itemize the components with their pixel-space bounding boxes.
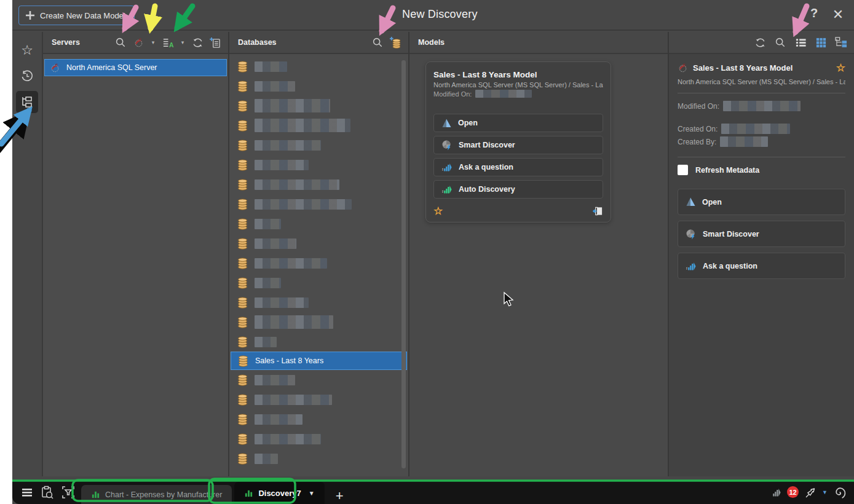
- servers-panel: Servers ▾ ▾ North America SQL Server: [43, 32, 229, 476]
- details-panel-header: [669, 32, 854, 54]
- database-row[interactable]: [231, 234, 407, 253]
- spiral-button[interactable]: [833, 486, 847, 499]
- refresh-metadata-label: Refresh Metadata: [695, 166, 759, 175]
- server-type-filter-caret[interactable]: ▾: [149, 39, 157, 45]
- sql-server-icon: [133, 37, 144, 48]
- add-server-button[interactable]: [208, 36, 222, 49]
- help-button[interactable]: ?: [806, 6, 822, 23]
- servers-sort-caret[interactable]: ▾: [179, 39, 186, 45]
- database-row[interactable]: [231, 116, 407, 135]
- tab-chart-expenses-by-manufacturer[interactable]: Chart - Expenses by Manufacturer: [81, 485, 232, 504]
- pin-caret[interactable]: ▼: [822, 489, 828, 495]
- redacted-created-by: [720, 136, 768, 147]
- redacted-database-name: [255, 434, 321, 444]
- database-row[interactable]: [231, 370, 407, 390]
- databases-scrollbar[interactable]: [401, 60, 406, 468]
- database-row[interactable]: [231, 273, 407, 293]
- redacted-database-name: [255, 179, 339, 190]
- open-button-label: Open: [458, 119, 478, 127]
- smart-discover-button[interactable]: Smart Discover: [433, 136, 603, 154]
- redacted-database-name: [255, 297, 309, 308]
- exit-icon[interactable]: [593, 206, 603, 216]
- models-refresh-button[interactable]: [753, 36, 767, 49]
- database-row[interactable]: [231, 449, 407, 468]
- database-icon: [237, 120, 248, 132]
- refresh-metadata-checkbox[interactable]: [678, 165, 688, 175]
- bottom-tab-bar: Chart - Expenses by Manufacturer Discove…: [12, 480, 854, 504]
- modified-on-label: Modified On:: [678, 102, 719, 111]
- database-row[interactable]: [231, 76, 407, 96]
- notification-badge: 12: [787, 486, 799, 498]
- database-row[interactable]: [231, 96, 407, 116]
- queries-button[interactable]: [770, 487, 781, 498]
- database-row[interactable]: [231, 390, 407, 409]
- redacted-database-name: [255, 81, 295, 92]
- database-row[interactable]: [231, 312, 407, 332]
- database-row[interactable]: [231, 293, 407, 312]
- database-row[interactable]: [231, 429, 407, 449]
- database-row[interactable]: [231, 253, 407, 273]
- ask-question-icon: [441, 162, 453, 173]
- smart-discover-icon: [441, 140, 453, 151]
- created-on-label: Created On:: [678, 125, 718, 133]
- database-row[interactable]: [231, 194, 407, 214]
- database-icon: [237, 218, 248, 230]
- redacted-modified-date: [723, 101, 801, 111]
- open-button[interactable]: Open: [678, 189, 845, 215]
- flow-view-button[interactable]: [834, 36, 848, 49]
- database-icon: [237, 140, 248, 151]
- databases-panel-header: Databases: [229, 32, 408, 54]
- database-row[interactable]: [231, 332, 407, 352]
- models-panel-title: Models: [418, 38, 445, 47]
- tab-menu-caret[interactable]: ▼: [309, 490, 315, 497]
- favorite-star-icon[interactable]: ☆: [836, 61, 845, 74]
- content-explorer-button[interactable]: [41, 486, 54, 499]
- create-new-data-model-button[interactable]: Create New Data Model: [18, 6, 135, 25]
- filter-frame-button[interactable]: [61, 486, 75, 499]
- main-menu-button[interactable]: [21, 486, 33, 498]
- servers-sort-button[interactable]: [161, 36, 175, 49]
- databases-search-button[interactable]: [371, 36, 384, 49]
- grid-view-button[interactable]: [814, 36, 828, 49]
- database-row[interactable]: [231, 409, 407, 429]
- tab-discovery7[interactable]: Discovery7 ▼: [234, 482, 324, 504]
- open-button[interactable]: Open: [433, 114, 603, 132]
- favorite-star-icon[interactable]: ☆: [433, 205, 443, 218]
- favorites-rail-button[interactable]: ☆: [16, 39, 38, 61]
- list-view-button[interactable]: [794, 36, 807, 49]
- redacted-database-name: [255, 238, 296, 249]
- model-card[interactable]: Sales - Last 8 Years Model North America…: [425, 61, 611, 222]
- pin-button[interactable]: [804, 486, 816, 498]
- tree-view-rail-button[interactable]: [16, 91, 38, 113]
- database-row[interactable]: Sales - Last 8 Years: [231, 352, 407, 370]
- auto-discovery-button[interactable]: Auto Discovery: [433, 180, 603, 199]
- recent-rail-button[interactable]: [16, 65, 38, 87]
- database-row-label: Sales - Last 8 Years: [255, 356, 323, 365]
- smart-discover-button[interactable]: Smart Discover: [678, 221, 845, 247]
- redacted-database-name: [255, 375, 295, 385]
- redacted-database-name: [255, 61, 287, 72]
- database-row[interactable]: [231, 57, 407, 76]
- auto-discovery-icon: [441, 184, 453, 195]
- servers-search-button[interactable]: [114, 36, 127, 49]
- server-row[interactable]: North America SQL Server: [44, 59, 227, 76]
- add-database-button[interactable]: [389, 36, 402, 49]
- app-window: Create New Data Model New Discovery ? ✕ …: [12, 0, 854, 504]
- history-icon: [20, 69, 34, 83]
- bar-chart-icon: [244, 489, 253, 498]
- database-row[interactable]: [231, 175, 407, 194]
- tab-label: Discovery7: [258, 489, 301, 498]
- new-tab-button[interactable]: +: [325, 488, 355, 504]
- refresh-icon: [192, 37, 204, 49]
- models-search-button[interactable]: [773, 36, 787, 49]
- database-row[interactable]: [231, 135, 407, 155]
- close-button[interactable]: ✕: [829, 6, 847, 23]
- database-row[interactable]: [231, 214, 407, 234]
- ask-a-question-button[interactable]: Ask a question: [433, 158, 603, 176]
- ask-question-icon: [686, 261, 697, 272]
- server-type-filter-button[interactable]: [132, 36, 145, 49]
- ask-a-question-button[interactable]: Ask a question: [678, 253, 845, 279]
- database-row[interactable]: [231, 155, 407, 175]
- details-body: Sales - Last 8 Years Model ☆ North Ameri…: [669, 54, 854, 286]
- servers-refresh-button[interactable]: [191, 36, 204, 49]
